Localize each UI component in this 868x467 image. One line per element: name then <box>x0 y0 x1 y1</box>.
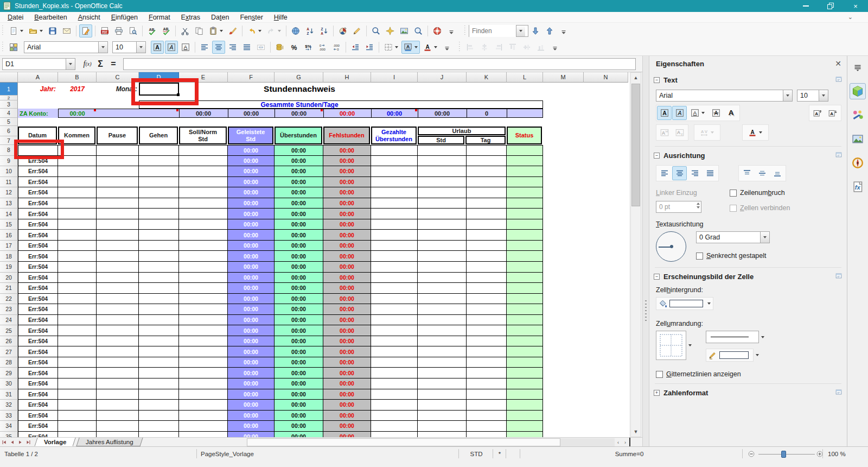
cell-L35[interactable] <box>507 432 543 437</box>
background-color-button[interactable]: A <box>401 41 420 54</box>
redo-button[interactable] <box>265 24 283 37</box>
header-urlaub-tag[interactable]: Tag <box>465 136 506 144</box>
dialog-launcher-icon[interactable] <box>835 272 843 281</box>
cell-G22[interactable]: 00:00 <box>275 294 323 305</box>
cell-I29[interactable] <box>371 368 418 378</box>
find-replace-button[interactable] <box>369 24 382 37</box>
auto-spellcheck-button[interactable]: AB <box>159 24 173 37</box>
border-picker[interactable] <box>656 331 686 360</box>
row-header-11[interactable]: 11 <box>0 177 18 188</box>
cell-J15[interactable] <box>418 219 467 230</box>
cell-A33[interactable]: Err:504 <box>18 411 58 421</box>
cell-A26[interactable]: Err:504 <box>18 336 58 347</box>
cell-B21[interactable] <box>58 283 97 294</box>
cell-F25[interactable]: 00:00 <box>228 325 275 336</box>
cell-E32[interactable] <box>179 400 228 411</box>
sidebar-align-center-button[interactable] <box>672 166 687 180</box>
cell-L24[interactable] <box>507 315 543 326</box>
menu-hilfe[interactable]: Hilfe <box>269 12 293 22</box>
dialog-launcher-icon[interactable] <box>835 151 843 160</box>
cell-J23[interactable] <box>418 304 467 315</box>
cell-F14[interactable]: 00:00 <box>228 209 275 219</box>
cell-D33[interactable] <box>139 411 179 421</box>
cell-K21[interactable] <box>467 283 507 294</box>
cell-F35[interactable]: 00:00 <box>228 432 275 437</box>
valign-bottom-button[interactable] <box>770 166 784 180</box>
sheet-tab-vorlage[interactable]: Vorlage <box>34 438 76 446</box>
cell-C16[interactable] <box>97 230 139 241</box>
close-button[interactable]: × <box>843 0 868 12</box>
row-header-17[interactable]: 17 <box>0 241 18 251</box>
cell-L19[interactable] <box>507 262 543 273</box>
cell-B29[interactable] <box>58 368 97 378</box>
zoom-slider[interactable] <box>758 454 815 455</box>
scroll-right-button[interactable]: › <box>622 438 629 446</box>
cell-D22[interactable] <box>139 294 179 305</box>
cell-A10[interactable]: Err:504 <box>18 166 58 177</box>
cell-L22[interactable] <box>507 294 543 305</box>
sort-descending-button[interactable]: ZA <box>317 24 330 37</box>
toolbar-grip[interactable] <box>2 42 4 53</box>
cell-F31[interactable]: 00:00 <box>228 389 275 400</box>
valign-center-button[interactable] <box>755 166 769 180</box>
cell-B16[interactable] <box>58 230 97 241</box>
cell-H33[interactable]: 00:00 <box>323 411 371 421</box>
cell-D19[interactable] <box>139 262 179 273</box>
sidebar-align-justify-button[interactable] <box>703 166 717 180</box>
cell-K19[interactable] <box>467 262 507 273</box>
cell-background-button[interactable] <box>656 297 713 310</box>
column-header-J[interactable]: J <box>418 72 467 83</box>
cell-H27[interactable]: 00:00 <box>323 346 371 357</box>
expand-icon[interactable]: + <box>654 390 660 396</box>
cell-E16[interactable] <box>179 230 228 241</box>
cell-D31[interactable] <box>139 389 179 400</box>
cell-A27[interactable]: Err:504 <box>18 346 58 357</box>
cell-G28[interactable]: 00:00 <box>275 357 323 368</box>
cell-L23[interactable] <box>507 304 543 315</box>
cell-H10[interactable]: 00:00 <box>323 166 371 177</box>
dialog-launcher-icon[interactable] <box>835 388 843 397</box>
cell-I14[interactable] <box>371 209 418 219</box>
cell-I35[interactable] <box>371 432 418 437</box>
cell-A28[interactable]: Err:504 <box>18 357 58 368</box>
cell-E35[interactable] <box>179 432 228 437</box>
restore-button[interactable] <box>818 0 843 12</box>
cell-A17[interactable]: Err:504 <box>18 241 58 251</box>
cell-B19[interactable] <box>58 262 97 273</box>
scroll-left-button[interactable]: ‹ <box>615 438 622 446</box>
cell-D29[interactable] <box>139 368 179 378</box>
cell-J17[interactable] <box>418 241 467 251</box>
hyperlink-button[interactable] <box>289 24 302 37</box>
cell-K28[interactable] <box>467 357 507 368</box>
cell-L12[interactable] <box>507 187 543 198</box>
delete-decimal-button[interactable]: .0000 <box>330 41 343 54</box>
obj-align-top-button[interactable] <box>506 41 519 54</box>
header-status[interactable]: Status <box>507 127 542 144</box>
sort-ascending-button[interactable]: AZ <box>303 24 316 37</box>
cell-D16[interactable] <box>139 230 179 241</box>
sidebar-align-left-button[interactable] <box>657 166 672 180</box>
cell-C27[interactable] <box>97 346 139 357</box>
gallery-button[interactable] <box>398 24 411 37</box>
cell-C25[interactable] <box>97 325 139 336</box>
cell-G14[interactable]: 00:00 <box>275 209 323 219</box>
cell-D24[interactable] <box>139 315 179 326</box>
column-header-A[interactable]: A <box>18 72 58 83</box>
row-header-26[interactable]: 26 <box>0 336 18 347</box>
row-header-27[interactable]: 27 <box>0 346 18 357</box>
selection-mode[interactable]: STD <box>462 447 490 460</box>
navigator-button[interactable] <box>384 24 397 37</box>
cell-F12[interactable]: 00:00 <box>228 187 275 198</box>
send-email-button[interactable] <box>60 24 73 37</box>
cell-E17[interactable] <box>179 241 228 251</box>
obj-align-bottom-button[interactable] <box>534 41 547 54</box>
cell-H28[interactable]: 00:00 <box>323 357 371 368</box>
format-paintbrush-button[interactable] <box>226 24 239 37</box>
cell-J30[interactable] <box>418 378 467 389</box>
cell-L15[interactable] <box>507 219 543 230</box>
new-document-button[interactable] <box>7 24 25 37</box>
page-preview-button[interactable] <box>126 24 139 37</box>
column-header-K[interactable]: K <box>467 72 507 83</box>
cell-D18[interactable] <box>139 251 179 262</box>
cell-G18[interactable]: 00:00 <box>275 251 323 262</box>
